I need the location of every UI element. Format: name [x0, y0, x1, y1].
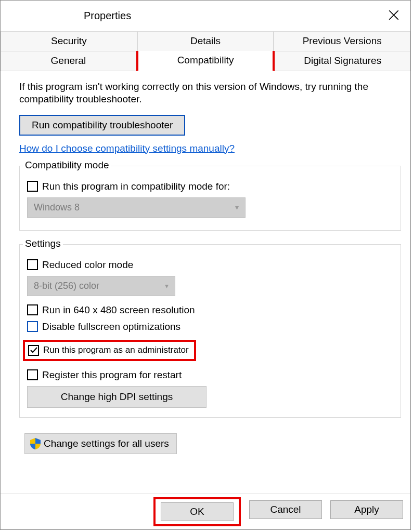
change-all-users-button[interactable]: Change settings for all users: [24, 433, 177, 454]
cancel-button[interactable]: Cancel: [249, 500, 322, 519]
ok-highlight: OK: [153, 497, 241, 526]
compat-mode-label: Run this program in compatibility mode f…: [42, 181, 230, 192]
window-title: Properties: [84, 10, 131, 22]
apply-button[interactable]: Apply: [330, 500, 403, 519]
reduced-color-label: Reduced color mode: [42, 259, 133, 271]
run-as-admin-highlight: Run this program as an administrator: [23, 340, 196, 361]
tab-compatibility[interactable]: Compatibility: [136, 51, 275, 71]
change-dpi-button[interactable]: Change high DPI settings: [27, 386, 206, 408]
compatibility-mode-legend: Compatibility mode: [23, 159, 111, 171]
titlebar: Properties: [1, 1, 410, 32]
tab-strip: Security Details Previous Versions Gener…: [1, 32, 410, 71]
close-button[interactable]: [377, 1, 410, 29]
run-troubleshooter-button[interactable]: Run compatibility troubleshooter: [19, 115, 185, 136]
color-depth-select: 8-bit (256) color ▾: [27, 276, 175, 296]
register-restart-label: Register this program for restart: [42, 369, 182, 381]
reduced-color-checkbox[interactable]: [27, 259, 38, 270]
lowres-checkbox[interactable]: [27, 304, 38, 315]
settings-group: Settings Reduced color mode 8-bit (256) …: [19, 244, 401, 418]
chevron-down-icon: ▾: [235, 203, 239, 211]
color-depth-value: 8-bit (256) color: [34, 281, 99, 291]
disable-fullscreen-label: Disable fullscreen optimizations: [42, 321, 180, 332]
tab-details[interactable]: Details: [137, 32, 274, 51]
run-as-admin-label: Run this program as an administrator: [43, 345, 189, 355]
lowres-label: Run in 640 x 480 screen resolution: [42, 304, 195, 316]
tab-security[interactable]: Security: [1, 32, 137, 51]
ok-button[interactable]: OK: [161, 502, 234, 521]
checkmark-icon: [30, 346, 38, 354]
tab-previous-versions[interactable]: Previous Versions: [274, 32, 410, 51]
close-icon: [389, 10, 399, 20]
settings-legend: Settings: [23, 238, 63, 249]
dialog-footer: OK Cancel Apply: [1, 494, 410, 529]
chevron-down-icon: ▾: [165, 282, 169, 290]
intro-text: If this program isn't working correctly …: [19, 81, 401, 105]
compat-mode-checkbox[interactable]: [27, 181, 38, 192]
change-all-users-label: Change settings for all users: [44, 438, 169, 449]
compat-mode-select: Windows 8 ▾: [27, 197, 246, 218]
run-as-admin-checkbox[interactable]: [28, 345, 39, 356]
register-restart-checkbox[interactable]: [27, 369, 38, 380]
properties-dialog: Properties Security Details Previous Ver…: [0, 0, 411, 530]
tab-general[interactable]: General: [1, 51, 136, 71]
shield-icon: [30, 438, 41, 449]
help-link[interactable]: How do I choose compatibility settings m…: [19, 143, 235, 154]
tab-content: If this program isn't working correctly …: [1, 71, 410, 454]
compatibility-mode-group: Compatibility mode Run this program in c…: [19, 166, 401, 231]
compat-mode-select-value: Windows 8: [34, 202, 80, 213]
disable-fullscreen-checkbox[interactable]: [27, 321, 38, 332]
tab-digital-signatures[interactable]: Digital Signatures: [275, 51, 410, 71]
